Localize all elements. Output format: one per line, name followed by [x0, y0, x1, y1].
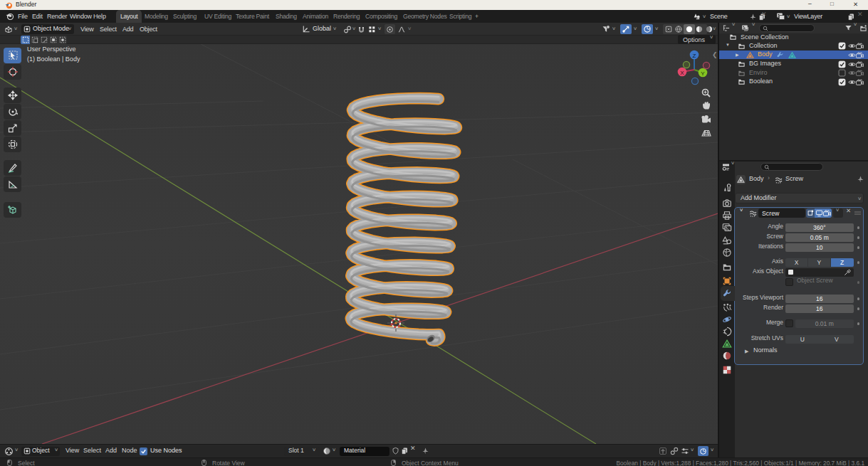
svg-text:Z: Z: [693, 53, 696, 59]
svg-text:X: X: [680, 70, 684, 76]
svg-text:Y: Y: [701, 70, 705, 77]
